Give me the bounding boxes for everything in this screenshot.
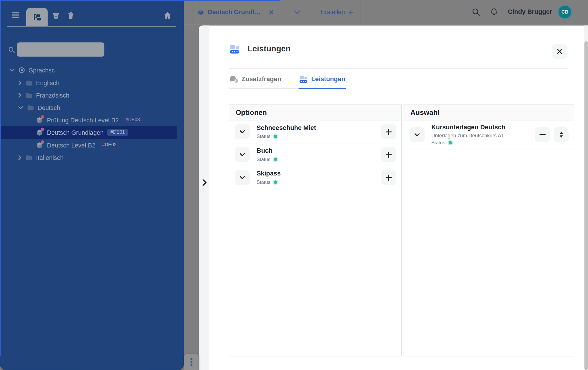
sidebar-drag-handle[interactable] [184,354,199,370]
tab-close-button[interactable] [268,9,274,15]
tab-leistungen[interactable]: Leistungen [299,73,346,88]
add-option-button[interactable] [381,170,396,185]
folder-icon [25,92,32,98]
folder-icon [25,155,32,160]
tab-list-dropdown[interactable] [280,0,314,24]
add-option-button[interactable] [381,124,396,139]
option-actions [381,147,396,162]
status-dot-green [274,180,278,184]
drawer-rail [199,25,209,370]
course-status-dot [41,127,44,131]
drawer-expand-button[interactable] [200,177,209,187]
menu-button[interactable] [11,12,20,18]
option-title: Buch [256,147,277,155]
tree-item-label: Deutsch Level B2 [47,142,95,149]
chevron-down-icon [414,133,420,137]
home-button[interactable] [164,12,171,19]
chevron-right-icon [202,179,207,186]
tree-item-deutsch[interactable]: Deutsch [0,101,177,114]
archive-button[interactable] [52,12,60,20]
avatar[interactable]: CB [559,6,571,18]
course-status-dot [41,140,44,144]
expand-option-button[interactable] [235,170,250,185]
chevron-down-icon [239,152,245,156]
options-panel-header: Optionen [229,105,401,121]
option-status: Status: [256,156,277,162]
topbar-right: Cindy Brugger CB [472,0,588,24]
cube-icon [198,9,204,15]
tree-item-course-de02[interactable]: Deutsch Level B2 #DE02 [0,139,177,152]
chevron-down-icon[interactable] [10,68,15,72]
option-info: Schneeschuhe Miet Status: [256,124,316,139]
user-name[interactable]: Cindy Brugger [508,8,552,16]
topbar-gap [184,0,192,24]
course-cube-icon [36,129,43,136]
add-option-button[interactable] [381,147,396,162]
expand-option-button[interactable] [235,147,250,162]
tree-item-franzoesisch[interactable]: Französisch [0,89,177,102]
window-left-accent [0,0,1,356]
create-button[interactable]: Erstellen [314,0,360,24]
option-actions [381,124,396,139]
tree-structure-icon [33,13,41,22]
chevron-down-icon[interactable] [18,106,23,110]
course-code-badge: #DE01 [107,129,128,136]
status-dot-green [449,141,452,144]
tree-item-root[interactable]: Sprachsc [0,64,177,76]
folder-icon [27,105,34,111]
notifications-button[interactable] [490,8,498,16]
reorder-selection-button[interactable] [554,127,569,142]
tab-deutsch-grundlagen[interactable]: Deutsch Grundl… [192,0,280,24]
tree-view-button[interactable] [26,8,48,26]
chevron-right-icon[interactable] [18,155,22,160]
remove-selection-button[interactable] [535,127,550,142]
tab-label: Leistungen [311,75,345,83]
tree-item-course-de01-selected[interactable]: Deutsch Grundlagen #DE01 [0,126,177,139]
tree-item-label: Deutsch [38,104,60,111]
hamburger-icon [11,12,20,18]
tree-item-label: Italienisch [36,154,63,161]
dot [190,364,192,366]
expand-selection-button[interactable] [410,127,425,142]
close-icon [557,48,563,55]
trash-button[interactable] [67,12,74,19]
tree-item-label: Sprachsc [29,67,55,74]
sidebar-search-input[interactable] [17,42,104,57]
sort-arrows-icon [559,131,563,138]
option-title: Skipass [256,170,281,178]
plus-icon [385,174,392,181]
expand-option-button[interactable] [235,124,250,139]
search-icon [472,8,480,16]
drawer-title: Leistungen [248,44,291,54]
plus-icon [385,128,392,135]
tree-item-course-de03[interactable]: Prüfung Deutsch Level B2 #DE03 [0,114,177,126]
header-search-button[interactable] [472,8,480,16]
chat-bubbles-icon [230,75,238,83]
chevron-right-icon[interactable] [18,93,22,98]
option-title: Schneeschuhe Miet [256,124,316,132]
sidebar-toolbar [0,7,184,26]
app-root: Sprachsc Englisch Französisch Deutsch Pr… [0,0,588,370]
chevron-down-icon [239,175,245,180]
minus-icon [539,134,546,135]
selection-panel-header: Auswahl [404,105,574,121]
status-label: Status: [256,133,272,139]
option-status: Status: [256,179,281,185]
drawer-tabs: Zusatzfragen Leistungen [229,73,346,89]
tree-item-label: Deutsch Grundlagen [47,129,104,136]
tab-zusatzfragen[interactable]: Zusatzfragen [229,73,282,88]
selection-panel: Auswahl Kursunterlagen Deutsch Unterlage… [404,104,574,356]
modal-scrollbar-thumb[interactable] [584,41,588,370]
option-status: Status: [256,133,316,139]
course-status-dot [41,115,44,118]
options-panel: Optionen Schneeschuhe Miet Status: [229,104,402,356]
tree-item-italienisch[interactable]: Italienisch [0,151,177,164]
drawer-close-button[interactable] [552,44,567,59]
option-info: Buch Status: [256,147,277,162]
tree-item-englisch[interactable]: Englisch [0,76,177,89]
chevron-right-icon[interactable] [18,80,22,85]
dot [190,358,192,360]
chevron-down-icon [239,130,245,134]
archive-box-icon [52,12,60,20]
bell-icon [490,8,498,16]
